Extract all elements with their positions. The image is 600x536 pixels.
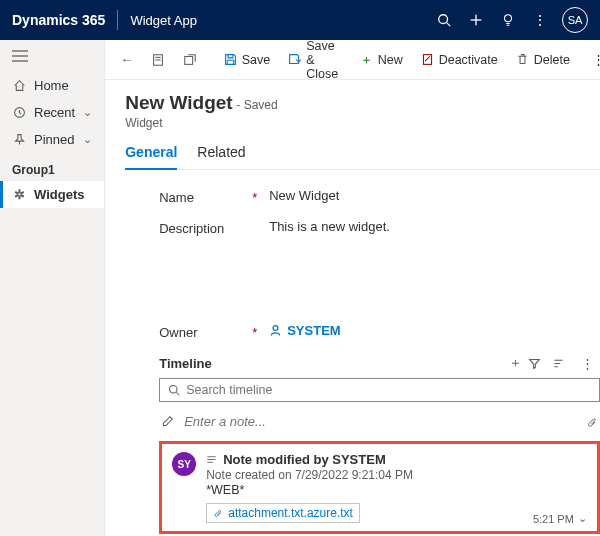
owner-field-value[interactable]: SYSTEM [269,323,600,338]
svg-line-1 [447,23,451,27]
search-icon [168,384,180,396]
timeline-add-icon[interactable]: ＋ [504,354,528,372]
back-button[interactable]: ← [113,48,140,71]
svg-line-22 [176,392,179,395]
timeline-section: Timeline ＋ ⋮ [125,354,600,534]
owner-value-text: SYSTEM [287,323,340,338]
svg-line-16 [425,56,430,61]
note-avatar: SY [172,452,196,476]
sidebar-item-label: Widgets [34,187,84,202]
search-icon[interactable] [428,13,460,27]
timeline-note-card: SY Note modified by SYSTEM Note created … [159,441,600,534]
chevron-down-icon: ⌄ [83,106,92,119]
chevron-down-icon[interactable]: ⌄ [578,512,587,525]
note-attachment[interactable]: attachment.txt.azure.txt [206,503,360,523]
timeline-note-entry[interactable] [159,410,600,433]
timeline-search[interactable] [159,378,600,402]
form-content: New Widget - Saved Widget General Relate… [105,80,600,536]
svg-point-21 [170,386,178,394]
timeline-filter-icon[interactable] [528,357,552,370]
timeline-search-input[interactable] [186,383,591,397]
name-field-label: Name [159,190,194,205]
entity-label: Widget [125,116,600,130]
save-close-label: Save & Close [306,39,341,81]
note-title: Note modified by SYSTEM [223,452,386,467]
note-icon [206,454,217,465]
sidebar-item-label: Pinned [34,132,74,147]
svg-point-4 [505,15,512,22]
person-icon [269,324,282,337]
saved-indicator: - Saved [236,98,277,112]
sidebar-group-label: Group1 [0,153,104,181]
save-close-button[interactable]: Save & Close [281,35,348,85]
sidebar-item-widgets[interactable]: ✲ Widgets [0,181,104,208]
gear-icon: ✲ [12,187,26,202]
svg-rect-15 [423,55,431,65]
sidebar-item-home[interactable]: Home [0,72,104,99]
deactivate-label: Deactivate [439,53,498,67]
delete-label: Delete [534,53,570,67]
owner-field-label: Owner [159,325,197,340]
delete-button[interactable]: Delete [509,49,577,71]
note-text: *WEB* [206,483,587,497]
sidebar-item-pinned[interactable]: Pinned ⌄ [0,126,104,153]
tab-related[interactable]: Related [197,138,245,169]
tab-general[interactable]: General [125,138,177,170]
clock-icon [12,106,26,119]
timeline-sort-icon[interactable] [552,357,576,370]
user-avatar[interactable]: SA [562,7,588,33]
overflow-button[interactable]: ⋮ [585,48,600,71]
deactivate-button[interactable]: Deactivate [414,49,505,71]
new-label: New [378,53,403,67]
name-field-value[interactable]: New Widget [269,188,600,203]
more-icon[interactable]: ⋮ [524,12,556,28]
paperclip-icon [213,507,223,519]
sidebar-item-label: Home [34,78,69,93]
description-field-label: Description [159,221,224,236]
divider [117,10,118,30]
save-button[interactable]: Save [217,49,278,71]
main-area: ← Save Save & Close ＋ New Deact [105,40,600,536]
plus-icon[interactable] [460,13,492,27]
tab-bar: General Related [125,138,600,170]
command-bar: ← Save Save & Close ＋ New Deact [105,40,600,80]
form-selector-button[interactable] [144,49,172,71]
hamburger-icon[interactable] [0,40,104,72]
page-title: New Widget [125,92,233,113]
pin-icon [12,133,26,146]
open-new-window-button[interactable] [176,49,204,71]
home-icon [12,79,26,92]
pencil-icon [161,415,174,428]
svg-point-0 [439,15,448,24]
description-field-value[interactable]: This is a new widget. [269,219,600,234]
note-attachment-label: attachment.txt.azure.txt [228,506,353,520]
lightbulb-icon[interactable] [492,13,524,27]
paperclip-icon[interactable] [586,415,598,429]
timeline-title: Timeline [159,356,212,371]
note-created-label: Note created on 7/29/2022 9:21:04 PM [206,468,587,482]
svg-point-17 [273,326,278,331]
brand-label: Dynamics 365 [12,12,105,28]
chevron-down-icon: ⌄ [83,133,92,146]
timeline-more-icon[interactable]: ⋮ [576,356,600,371]
app-name: Widget App [130,13,197,28]
sidebar-item-label: Recent [34,105,75,120]
required-indicator: * [252,325,257,340]
svg-rect-14 [185,56,193,64]
new-button[interactable]: ＋ New [353,47,410,73]
note-time: 5:21 PM ⌄ [533,512,587,525]
sidebar-item-recent[interactable]: Recent ⌄ [0,99,104,126]
required-indicator: * [252,190,257,205]
save-label: Save [242,53,271,67]
sidebar: Home Recent ⌄ Pinned ⌄ Group1 ✲ Widgets [0,40,105,536]
timeline-note-input[interactable] [184,414,576,429]
